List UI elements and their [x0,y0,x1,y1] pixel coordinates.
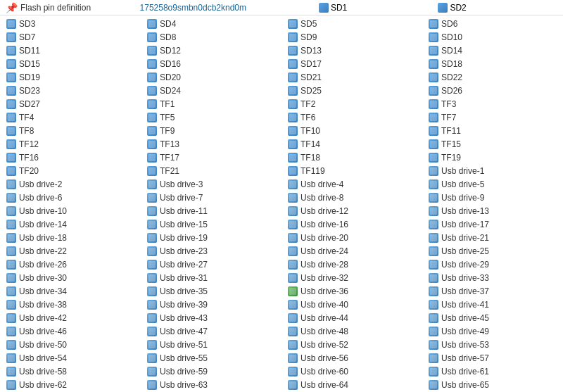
list-item[interactable]: SD3 [0,17,141,30]
list-item[interactable]: SD15 [0,57,141,70]
list-item[interactable]: Usb drive-57 [422,351,563,365]
list-item[interactable]: Usb drive-26 [0,258,141,271]
list-item[interactable]: TF16 [0,151,141,164]
list-item[interactable]: Usb drive-7 [141,191,282,204]
list-item[interactable]: Usb drive-46 [0,324,141,338]
list-item[interactable]: Usb drive-45 [422,311,563,324]
list-item[interactable]: Usb drive-48 [282,324,422,338]
list-item[interactable]: TF19 [422,151,563,164]
list-item[interactable]: TF2 [282,97,422,110]
list-item[interactable]: Usb drive-56 [282,351,422,365]
list-item[interactable]: SD9 [282,30,422,44]
list-item[interactable]: SD22 [422,70,563,84]
list-item[interactable]: TF5 [141,110,282,124]
list-item[interactable]: Usb drive-44 [282,311,422,324]
list-item[interactable]: Usb drive-53 [422,338,563,351]
list-item[interactable]: TF1 [141,97,282,110]
list-item[interactable]: SD11 [0,44,141,57]
list-item[interactable]: Usb drive-8 [282,191,422,204]
list-item[interactable]: Usb drive-29 [422,258,563,271]
list-item[interactable]: Usb drive-19 [141,231,282,244]
list-item[interactable]: Usb drive-5 [422,177,563,191]
list-item[interactable]: Usb drive-27 [141,258,282,271]
list-item[interactable]: Usb drive-31 [141,271,282,284]
list-item[interactable]: Usb drive-33 [422,271,563,284]
list-item[interactable]: SD27 [0,97,141,110]
list-item[interactable]: Usb drive-61 [422,365,563,378]
list-item[interactable]: Usb drive-37 [422,284,563,298]
list-item[interactable]: SD24 [141,84,282,97]
list-item[interactable]: Usb drive-10 [0,204,141,217]
list-item[interactable]: TF14 [282,137,422,151]
list-item[interactable]: Usb drive-22 [0,244,141,258]
list-item[interactable]: Usb drive-49 [422,324,563,338]
list-item[interactable]: SD14 [422,44,563,57]
list-item[interactable]: Usb drive-60 [282,365,422,378]
list-item[interactable]: TF7 [422,110,563,124]
list-item[interactable]: Usb drive-52 [282,338,422,351]
list-item[interactable]: SD16 [141,57,282,70]
list-item[interactable]: Usb drive-59 [141,365,282,378]
list-item[interactable]: Usb drive-15 [141,217,282,231]
list-item[interactable]: Usb drive-30 [0,271,141,284]
list-item[interactable]: Usb drive-41 [422,298,563,311]
list-item[interactable]: Usb drive-39 [141,298,282,311]
list-item[interactable]: TF8 [0,124,141,137]
list-item[interactable]: SD6 [422,17,563,30]
list-item[interactable]: Usb drive-14 [0,217,141,231]
list-item[interactable]: TF17 [141,151,282,164]
list-item[interactable]: SD8 [141,30,282,44]
list-item[interactable]: Usb drive-62 [0,378,141,391]
list-item[interactable]: TF3 [422,97,563,110]
list-item[interactable]: SD10 [422,30,563,44]
list-item[interactable]: Usb drive-28 [282,258,422,271]
list-item[interactable]: Usb drive-9 [422,191,563,204]
list-item[interactable]: SD23 [0,84,141,97]
list-item[interactable]: Usb drive-58 [0,365,141,378]
list-item[interactable]: Usb drive-2 [0,177,141,191]
list-item[interactable]: Usb drive-6 [0,191,141,204]
list-item[interactable]: Usb drive-47 [141,324,282,338]
list-item[interactable]: Usb drive-18 [0,231,141,244]
list-item[interactable]: Usb drive-21 [422,231,563,244]
list-item[interactable]: TF11 [422,124,563,137]
list-item[interactable]: SD13 [282,44,422,57]
list-item[interactable]: SD7 [0,30,141,44]
list-item[interactable]: Usb drive-64 [282,378,422,391]
list-item[interactable]: SD26 [422,84,563,97]
list-item[interactable]: SD25 [282,84,422,97]
list-item[interactable]: TF119 [282,164,422,177]
list-item[interactable]: Usb drive-34 [0,284,141,298]
list-item[interactable]: SD21 [282,70,422,84]
list-item[interactable]: SD18 [422,57,563,70]
list-item[interactable]: Usb drive-25 [422,244,563,258]
list-item[interactable]: TF9 [141,124,282,137]
list-item[interactable]: SD20 [141,70,282,84]
list-item[interactable]: Usb drive-63 [141,378,282,391]
list-item[interactable]: Usb drive-38 [0,298,141,311]
list-item[interactable]: SD12 [141,44,282,57]
list-item[interactable]: Usb drive-40 [282,298,422,311]
list-item[interactable]: Usb drive-23 [141,244,282,258]
list-item[interactable]: Usb drive-55 [141,351,282,365]
list-item[interactable]: Usb drive-35 [141,284,282,298]
list-item[interactable]: Usb drive-12 [282,204,422,217]
list-item[interactable]: TF15 [422,137,563,151]
list-item[interactable]: TF4 [0,110,141,124]
list-item[interactable]: Usb drive-3 [141,177,282,191]
list-item[interactable]: Usb drive-4 [282,177,422,191]
list-item[interactable]: Usb drive-50 [0,338,141,351]
list-item[interactable]: Usb drive-32 [282,271,422,284]
list-item[interactable]: TF21 [141,164,282,177]
list-item[interactable]: Usb drive-36 [282,284,422,298]
list-item[interactable]: TF6 [282,110,422,124]
list-item[interactable]: TF12 [0,137,141,151]
list-item[interactable]: Usb drive-42 [0,311,141,324]
list-item[interactable]: SD19 [0,70,141,84]
list-item[interactable]: SD17 [282,57,422,70]
list-item[interactable]: Usb drive-20 [282,231,422,244]
list-item[interactable]: Usb drive-13 [422,204,563,217]
list-item[interactable]: TF10 [282,124,422,137]
list-item[interactable]: Usb drive-24 [282,244,422,258]
list-item[interactable]: Usb drive-51 [141,338,282,351]
